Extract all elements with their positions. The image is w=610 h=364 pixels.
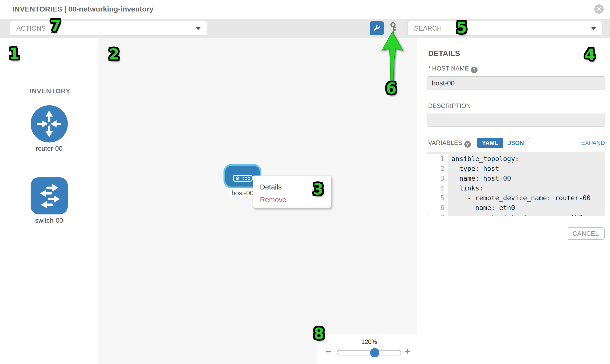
- switch-icon: [31, 177, 68, 214]
- expand-link[interactable]: EXPAND: [581, 140, 605, 146]
- palette-item-label: switch-00: [0, 217, 98, 224]
- zoom-in-button[interactable]: +: [405, 347, 410, 356]
- inventory-topology-app: INVENTORIES | 00-networking-inventory ✕ …: [0, 0, 610, 364]
- tab-yaml[interactable]: YAML: [477, 138, 503, 148]
- chevron-down-icon: [195, 27, 201, 30]
- node-context-menu: Details Remove: [253, 176, 331, 208]
- variables-label: VARIABLES?: [428, 139, 471, 148]
- description-input[interactable]: [427, 114, 605, 127]
- code-line: 3 name: host-00: [427, 174, 605, 183]
- context-menu-item-remove[interactable]: Remove: [260, 193, 331, 206]
- title-bar: INVENTORIES | 00-networking-inventory ✕: [0, 0, 610, 19]
- wrench-icon: [372, 23, 381, 34]
- host-name-label: *HOST NAME?: [428, 65, 478, 73]
- code-line: 5 - remote_device_name: router-00: [427, 193, 605, 203]
- host-node-label: host-00: [230, 189, 256, 197]
- page-title: INVENTORIES | 00-networking-inventory: [13, 5, 154, 13]
- key-legend-button[interactable]: [387, 21, 402, 35]
- inventory-sidebar: INVENTORY router-00: [0, 38, 98, 364]
- variables-format-toggle: YAML JSON: [477, 138, 529, 148]
- tab-json[interactable]: JSON: [503, 138, 529, 148]
- help-icon[interactable]: ?: [471, 66, 478, 73]
- code-line: 2 type: host: [427, 164, 605, 174]
- topology-canvas[interactable]: host-00 Details Remove 120% − +: [98, 38, 417, 364]
- details-panel-title: DETAILS: [428, 49, 460, 58]
- zoom-slider-thumb[interactable]: [370, 348, 379, 357]
- zoom-control-panel: 120% − +: [317, 334, 417, 364]
- close-icon[interactable]: ✕: [594, 4, 604, 14]
- palette-item-router[interactable]: router-00: [0, 105, 98, 153]
- zoom-slider-track[interactable]: [337, 350, 401, 355]
- required-asterisk: *: [428, 65, 430, 72]
- palette-item-switch[interactable]: switch-00: [0, 177, 98, 224]
- zoom-out-button[interactable]: −: [325, 347, 331, 356]
- description-label: DESCRIPTION: [428, 102, 471, 109]
- actions-dropdown[interactable]: ACTIONS: [10, 21, 207, 36]
- sidebar-heading: INVENTORY: [30, 87, 70, 95]
- router-icon: [31, 105, 68, 143]
- cancel-button[interactable]: CANCEL: [567, 227, 605, 240]
- context-menu-item-details[interactable]: Details: [260, 181, 331, 193]
- chevron-down-icon: [591, 27, 596, 30]
- details-panel: DETAILS *HOST NAME? DESCRIPTION VARIABLE…: [417, 38, 610, 364]
- palette-item-label: router-00: [0, 145, 98, 153]
- configure-topology-button[interactable]: [370, 21, 384, 35]
- help-icon[interactable]: ?: [464, 141, 471, 148]
- host-name-input[interactable]: [427, 76, 605, 90]
- key-icon: [388, 22, 401, 35]
- zoom-level-label: 120%: [352, 338, 386, 345]
- search-placeholder: SEARCH: [414, 25, 442, 32]
- search-dropdown[interactable]: SEARCH: [408, 21, 602, 36]
- code-line: 4 links:: [427, 183, 605, 193]
- code-line: 1ansible_topology:: [427, 154, 605, 164]
- code-line: 6 name: eth0: [427, 203, 605, 213]
- host-icon: [233, 175, 253, 182]
- toolbar: ACTIONS: [0, 19, 610, 38]
- variables-code-editor[interactable]: 1ansible_topology: 2 type: host 3 name: …: [427, 152, 605, 216]
- actions-dropdown-label: ACTIONS: [16, 25, 46, 32]
- code-line: 7 remote_interface_name: eth0: [427, 213, 605, 216]
